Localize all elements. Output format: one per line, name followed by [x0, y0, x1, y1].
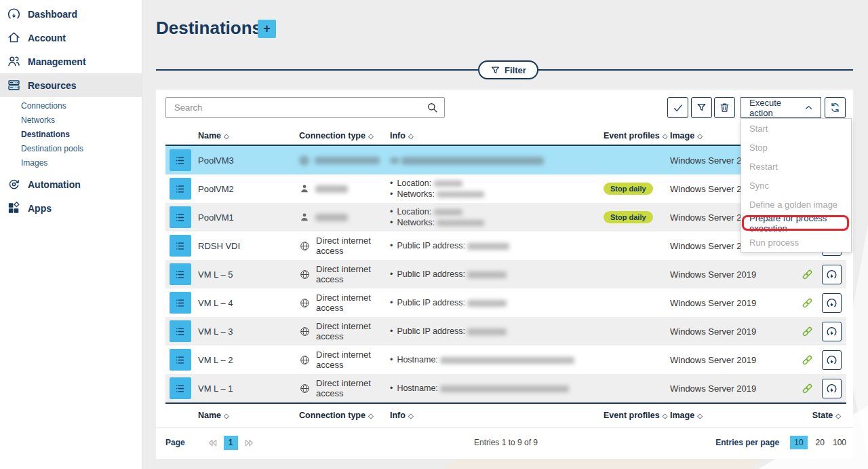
menu-item-restart[interactable]: Restart — [741, 157, 851, 176]
dashboard-state-button[interactable] — [822, 265, 842, 284]
dashboard-state-button[interactable] — [822, 350, 842, 370]
table-row[interactable]: VM L – 3 Direct internet access •Public … — [165, 317, 846, 345]
dashboard-state-button[interactable] — [822, 322, 842, 341]
entries-per-page-label: Entries per page — [715, 438, 779, 447]
row-name: VM L – 4 — [198, 298, 299, 308]
page-size-10[interactable]: 10 — [790, 436, 807, 449]
row-detail-icon[interactable] — [170, 206, 191, 228]
menu-item-prepare-for-process-execution[interactable]: Prepare for process execution — [741, 214, 851, 233]
info-label: Public IP address: — [397, 269, 465, 279]
row-detail-icon[interactable] — [170, 235, 191, 257]
event-profile-badge: Stop daily — [604, 211, 653, 223]
redacted-value — [467, 300, 507, 307]
link-icon[interactable] — [801, 325, 814, 338]
row-name: PoolVM2 — [198, 184, 299, 194]
table-row[interactable]: VM L – 5 Direct internet access •Public … — [165, 260, 846, 288]
column-header-image[interactable]: Image◇ — [670, 411, 801, 420]
redacted-value — [434, 209, 462, 215]
sidebar-child-label: Networks — [21, 115, 55, 125]
connection-type: Direct internet access — [316, 264, 390, 284]
sort-icon: ◇ — [408, 412, 414, 419]
execute-action-dropdown-button[interactable]: Execute action — [741, 97, 821, 118]
row-name: PoolVM1 — [198, 212, 299, 223]
row-detail-icon[interactable] — [170, 263, 191, 285]
redacted-connection-icon — [299, 155, 309, 166]
delete-button[interactable] — [714, 97, 735, 118]
info-label: Hostname: — [397, 383, 437, 393]
menu-item-sync[interactable]: Sync — [741, 176, 851, 195]
column-header-info[interactable]: Info◇ — [390, 411, 604, 420]
column-header-state[interactable]: State◇ — [801, 411, 846, 420]
column-header-event-profiles[interactable]: Event profiles◇ — [604, 131, 670, 140]
page-title: Destinations — [156, 18, 262, 39]
redacted-value — [401, 157, 544, 165]
page-size-20[interactable]: 20 — [816, 438, 825, 447]
menu-item-run-process[interactable]: Run process — [741, 233, 851, 252]
info-label: Networks: — [397, 218, 435, 227]
link-icon[interactable] — [801, 382, 814, 395]
row-detail-icon[interactable] — [170, 320, 191, 342]
sidebar-item-dashboard[interactable]: Dashboard — [0, 2, 142, 26]
info-label: Hostname: — [397, 355, 437, 364]
bullet: • — [390, 383, 393, 393]
row-detail-icon[interactable] — [170, 178, 191, 200]
sync-icon — [829, 101, 842, 114]
redacted-value — [467, 243, 509, 250]
add-destination-button[interactable]: + — [258, 20, 276, 38]
row-detail-icon[interactable] — [170, 377, 191, 399]
column-header-name[interactable]: Name◇ — [198, 131, 299, 140]
person-icon — [299, 212, 310, 223]
menu-item-start[interactable]: Start — [741, 119, 851, 138]
column-header-connection-type[interactable]: Connection type◇ — [299, 411, 390, 420]
filter-rows-button[interactable] — [691, 97, 712, 118]
funnel-icon — [490, 65, 500, 75]
sidebar-item-images[interactable]: Images — [0, 155, 142, 170]
column-header-event-profiles[interactable]: Event profiles◇ — [604, 411, 670, 420]
sidebar-item-destination-pools[interactable]: Destination pools — [0, 141, 142, 155]
redacted-value — [437, 220, 484, 226]
filter-toggle-button[interactable]: Filter — [478, 60, 538, 79]
dashboard-state-button[interactable] — [822, 293, 842, 313]
sort-icon: ◇ — [697, 412, 703, 419]
select-all-button[interactable] — [667, 97, 688, 118]
bullet: • — [390, 218, 393, 227]
link-icon[interactable] — [801, 268, 814, 281]
sidebar-item-account[interactable]: Account — [0, 26, 142, 50]
sidebar-item-apps[interactable]: Apps — [0, 196, 142, 220]
sidebar-item-automation[interactable]: Automation — [0, 172, 142, 196]
bullet: • — [390, 241, 393, 250]
table-row[interactable]: VM L – 2 Direct internet access •Hostnam… — [165, 345, 846, 374]
table-footer-header: Name◇ Connection type◇ Info◇ Event profi… — [165, 404, 846, 427]
menu-item-define-golden-image[interactable]: Define a golden image — [741, 195, 851, 214]
sidebar-item-networks[interactable]: Networks — [0, 113, 142, 127]
sidebar-item-management[interactable]: Management — [0, 50, 142, 73]
bullet: • — [390, 298, 393, 307]
row-detail-icon[interactable] — [170, 349, 191, 371]
event-profile-badge: Stop daily — [604, 183, 653, 195]
menu-item-stop[interactable]: Stop — [741, 138, 851, 157]
sidebar-item-resources[interactable]: Resources — [0, 73, 142, 97]
sort-icon: ◇ — [835, 412, 841, 419]
table-row[interactable]: VM L – 1 Direct internet access •Hostnam… — [165, 374, 846, 402]
link-icon[interactable] — [801, 354, 814, 367]
info-label: Public IP address: — [397, 241, 465, 250]
sidebar-item-label: Automation — [28, 179, 81, 190]
sidebar-child-label: Destination pools — [21, 144, 83, 153]
column-header-connection-type[interactable]: Connection type◇ — [299, 131, 390, 140]
link-icon[interactable] — [801, 297, 814, 309]
redacted-value — [440, 357, 574, 364]
sidebar-item-connections[interactable]: Connections — [0, 98, 142, 113]
row-detail-icon[interactable] — [170, 149, 191, 171]
row-detail-icon[interactable] — [170, 292, 191, 314]
column-header-info[interactable]: Info◇ — [390, 131, 604, 140]
column-header-name[interactable]: Name◇ — [198, 411, 299, 420]
automation-icon — [7, 177, 21, 191]
check-icon — [672, 102, 684, 114]
sidebar-item-destinations[interactable]: Destinations — [0, 127, 142, 141]
refresh-button[interactable] — [825, 97, 846, 118]
page-size-100[interactable]: 100 — [833, 438, 846, 447]
dashboard-state-button[interactable] — [822, 379, 842, 398]
redacted-value — [315, 214, 348, 221]
search-input[interactable] — [165, 97, 445, 118]
table-row[interactable]: VM L – 4 Direct internet access •Public … — [165, 288, 846, 317]
